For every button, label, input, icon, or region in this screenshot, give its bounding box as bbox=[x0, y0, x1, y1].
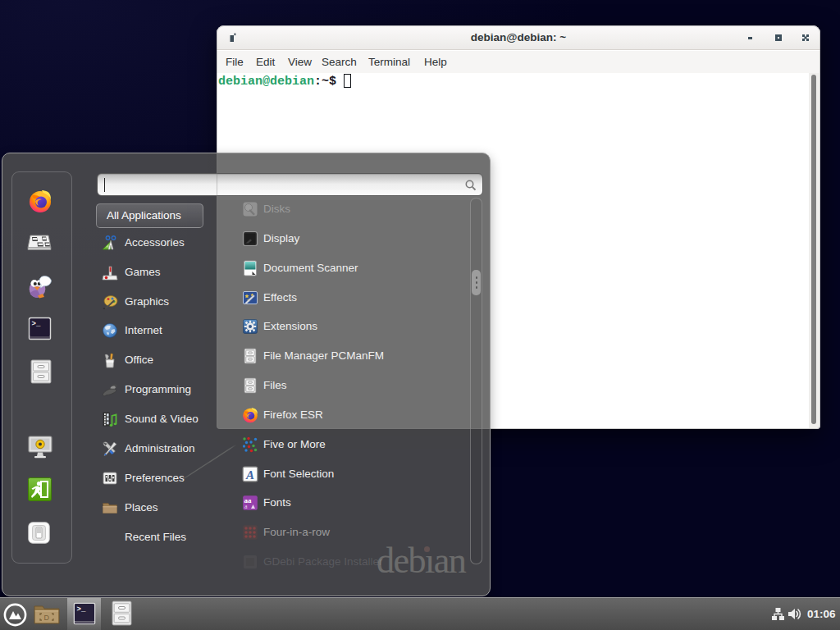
svg-text:A: A bbox=[245, 468, 254, 481]
svg-text:>_: >_ bbox=[77, 605, 86, 614]
svg-text:D: D bbox=[44, 614, 50, 622]
svg-text:a: a bbox=[244, 503, 248, 510]
svg-text:>_: >_ bbox=[32, 320, 41, 328]
